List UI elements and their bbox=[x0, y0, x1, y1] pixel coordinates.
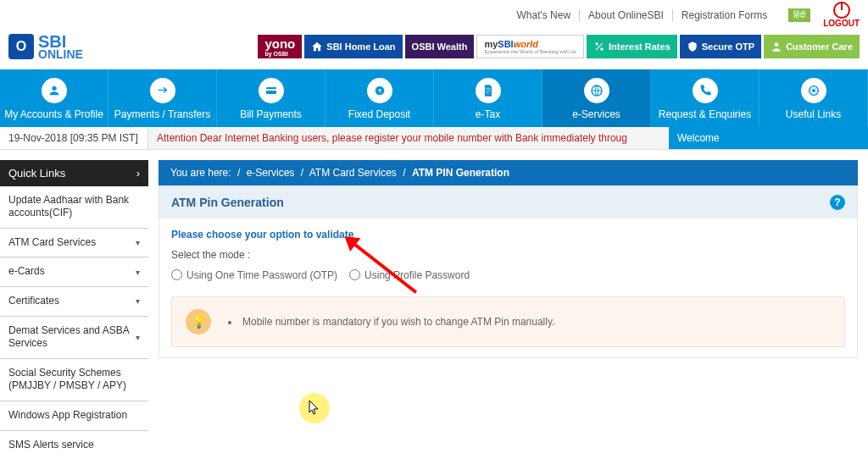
nav-bill-payments[interactable]: Bill Payments bbox=[217, 69, 326, 127]
radio-profile-password[interactable]: Using Profile Password bbox=[349, 269, 470, 281]
sidebar-item-label: Demat Services and ASBA Services bbox=[8, 324, 136, 351]
nav-label: e-Tax bbox=[476, 108, 500, 120]
svg-point-1 bbox=[600, 47, 604, 51]
shield-icon bbox=[687, 41, 698, 53]
nav-accounts-profile[interactable]: My Accounts & Profile bbox=[0, 69, 108, 127]
sidebar-item-label: SMS Alerts service bbox=[8, 439, 94, 452]
marquee-notice: Attention Dear Internet Banking users, p… bbox=[148, 127, 669, 149]
radio-otp[interactable]: Using One Time Password (OTP) bbox=[171, 269, 337, 281]
svg-point-2 bbox=[775, 43, 779, 47]
sidebar-item[interactable]: Update Aadhaar with Bank accounts(CIF) bbox=[0, 186, 148, 229]
main-content: You are here: / e-Services / ATM Card Se… bbox=[148, 160, 868, 459]
cursor-highlight bbox=[299, 393, 330, 423]
panel-title: ATM Pin Generation bbox=[171, 196, 284, 209]
nav-payments-transfers[interactable]: Payments / Transfers bbox=[108, 69, 217, 127]
nav-fixed-deposit[interactable]: ₹ Fixed Deposit bbox=[326, 69, 434, 127]
breadcrumb-prefix: You are here: bbox=[170, 167, 231, 179]
tile-customer-care[interactable]: Customer Care bbox=[764, 35, 860, 58]
nav-eservices[interactable]: e-Services bbox=[542, 69, 651, 127]
logo-text: SBI ONLINE bbox=[38, 34, 83, 60]
nav-etax[interactable]: e-Tax bbox=[434, 69, 542, 127]
deposit-icon: ₹ bbox=[367, 78, 392, 103]
nav-label: e-Services bbox=[572, 108, 620, 120]
breadcrumb-item[interactable]: ATM Card Services bbox=[309, 167, 397, 179]
info-box: 💡 Mobile number is mandatory if you wish… bbox=[171, 296, 845, 347]
tile-yono-label: yono bbox=[264, 36, 295, 51]
sidebar-item[interactable]: e-Cards▾ bbox=[0, 257, 148, 287]
tile-sbiworld[interactable]: mySBIworld Experience the World of Banki… bbox=[476, 35, 584, 58]
cursor-icon bbox=[309, 401, 320, 416]
breadcrumb: You are here: / e-Services / ATM Card Se… bbox=[159, 160, 858, 185]
nav-label: Useful Links bbox=[786, 108, 841, 120]
home-icon bbox=[311, 41, 323, 53]
sidebar-item-label: e-Cards bbox=[8, 265, 45, 279]
sidebar-item-label: ATM Card Services bbox=[8, 236, 96, 250]
radio-profile-input[interactable] bbox=[349, 269, 360, 280]
logout-button[interactable]: LOGOUT bbox=[823, 2, 860, 28]
headset-icon bbox=[771, 41, 782, 53]
sidebar-item[interactable]: Demat Services and ASBA Services▾ bbox=[0, 317, 148, 359]
panel-subhead: Please choose your option to validate bbox=[171, 229, 845, 241]
link-whats-new[interactable]: What's New bbox=[516, 9, 580, 21]
nav-label: My Accounts & Profile bbox=[4, 108, 103, 120]
nav-label: Request & Enquiries bbox=[659, 108, 751, 120]
transfer-icon bbox=[150, 78, 175, 103]
status-row: 19-Nov-2018 [09:35 PM IST] Attention Dea… bbox=[0, 127, 868, 150]
top-links: What's New About OnlineSBI Registration … bbox=[516, 9, 776, 21]
sidebar-item[interactable]: Certificates▾ bbox=[0, 287, 148, 317]
tile-wealth-label: OSBI Wealth bbox=[412, 41, 468, 52]
caret-down-icon: ▾ bbox=[136, 332, 140, 343]
nav-label: Payments / Transfers bbox=[114, 108, 210, 120]
caret-down-icon: ▾ bbox=[136, 237, 140, 248]
sidebar-item-label: Update Aadhaar with Bank accounts(CIF) bbox=[8, 194, 140, 220]
svg-point-0 bbox=[595, 43, 598, 47]
world-tagline: Experience the World of Banking with Us bbox=[484, 49, 576, 54]
tile-yono[interactable]: yono by OSBI bbox=[258, 35, 302, 58]
link-about[interactable]: About OnlineSBI bbox=[588, 9, 673, 21]
breadcrumb-item[interactable]: e-Services bbox=[247, 167, 295, 179]
svg-point-9 bbox=[812, 89, 815, 92]
globe-icon bbox=[584, 78, 609, 103]
tile-care-label: Customer Care bbox=[786, 41, 853, 52]
timestamp: 19-Nov-2018 [09:35 PM IST] bbox=[0, 127, 148, 149]
header-row: O SBI ONLINE yono by OSBI SBI Home Loan … bbox=[0, 30, 868, 69]
nav-request-enquiries[interactable]: Request & Enquiries bbox=[651, 69, 760, 127]
help-icon[interactable]: ? bbox=[830, 195, 845, 210]
main-nav: My Accounts & Profile Payments / Transfe… bbox=[0, 69, 868, 127]
body-row: Quick Links › Update Aadhaar with Bank a… bbox=[0, 160, 868, 459]
logo[interactable]: O SBI ONLINE bbox=[8, 34, 83, 60]
mode-label: Select the mode : bbox=[171, 249, 845, 261]
breadcrumb-item-current: ATM PIN Generation bbox=[412, 167, 509, 179]
logo-line2: ONLINE bbox=[38, 49, 83, 60]
tile-home-loan[interactable]: SBI Home Loan bbox=[304, 35, 402, 58]
panel-header: ATM Pin Generation ? bbox=[159, 186, 857, 218]
logout-label: LOGOUT bbox=[823, 19, 860, 28]
sidebar-item-label: Windows App Registration bbox=[8, 409, 127, 423]
link-registration-forms[interactable]: Registration Forms bbox=[682, 9, 776, 21]
welcome-box: Welcome bbox=[669, 127, 868, 149]
sidebar: Quick Links › Update Aadhaar with Bank a… bbox=[0, 160, 148, 459]
language-toggle[interactable]: हिंदी bbox=[788, 8, 810, 22]
tile-interest-label: Interest Rates bbox=[609, 41, 670, 52]
world-world: world bbox=[514, 39, 538, 49]
tile-secure-otp[interactable]: Secure OTP bbox=[680, 35, 761, 58]
panel-body: Please choose your option to validate Se… bbox=[159, 218, 857, 357]
quick-links-header[interactable]: Quick Links › bbox=[0, 160, 148, 186]
card-icon bbox=[259, 78, 284, 103]
sidebar-item[interactable]: Windows App Registration bbox=[0, 401, 148, 431]
doc-icon bbox=[476, 78, 501, 103]
bulb-icon: 💡 bbox=[186, 309, 211, 335]
svg-rect-5 bbox=[266, 89, 276, 91]
phone-icon bbox=[693, 78, 718, 103]
tile-interest-rates[interactable]: Interest Rates bbox=[587, 35, 677, 58]
radio-otp-input[interactable] bbox=[171, 269, 182, 280]
sidebar-item[interactable]: ATM Card Services▾ bbox=[0, 229, 148, 258]
svg-point-3 bbox=[52, 86, 56, 90]
tile-wealth[interactable]: OSBI Wealth bbox=[405, 35, 475, 58]
nav-label: Bill Payments bbox=[240, 108, 302, 120]
sidebar-item[interactable]: SMS Alerts service bbox=[0, 431, 148, 459]
power-icon bbox=[833, 2, 850, 19]
nav-useful-links[interactable]: Useful Links bbox=[760, 69, 868, 127]
world-sbi: SBI bbox=[498, 39, 513, 49]
sidebar-item[interactable]: Social Security Schemes (PMJJBY / PMSBY … bbox=[0, 359, 148, 401]
